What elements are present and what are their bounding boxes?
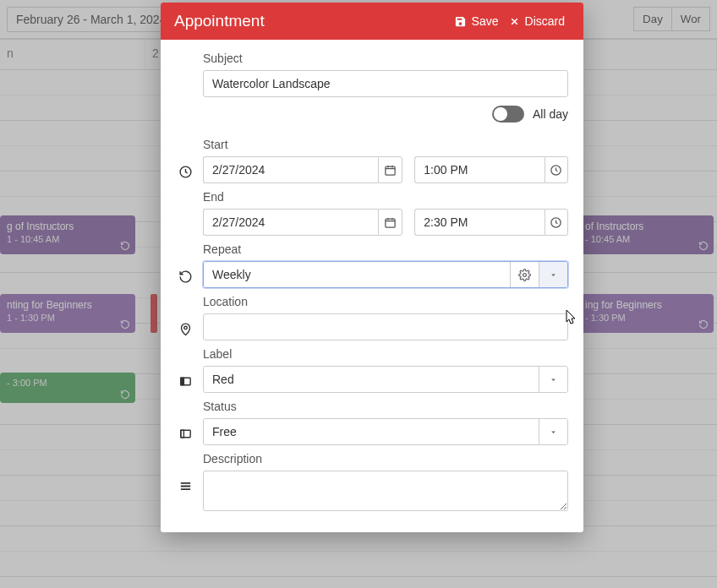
svg-rect-10 [180, 430, 183, 438]
repeat-dropdown-button[interactable] [539, 262, 567, 287]
status-dropdown-button[interactable] [539, 419, 567, 444]
save-icon [454, 15, 467, 28]
svg-point-5 [523, 273, 527, 276]
discard-label: Discard [525, 14, 565, 28]
subject-input[interactable] [203, 70, 568, 97]
start-date-input[interactable] [203, 156, 378, 183]
status-icon [176, 400, 194, 441]
svg-rect-1 [386, 166, 395, 175]
location-label: Location [203, 295, 568, 308]
clock-icon [550, 164, 562, 177]
clock-icon-button[interactable] [545, 209, 568, 236]
calendar-icon-button[interactable] [378, 156, 403, 183]
allday-toggle[interactable] [492, 106, 524, 122]
end-date-input[interactable] [203, 209, 378, 236]
status-select[interactable] [204, 419, 539, 444]
end-label: End [203, 190, 568, 204]
close-icon [509, 16, 520, 27]
modal-header: Appointment Save Discard [161, 3, 583, 40]
start-label: Start [203, 138, 568, 151]
calendar-icon-button[interactable] [378, 209, 403, 236]
gear-icon [518, 269, 531, 281]
svg-rect-8 [180, 378, 183, 385]
description-label: Description [203, 452, 568, 466]
repeat-input[interactable] [204, 262, 510, 287]
description-icon [176, 452, 194, 493]
label-icon [176, 347, 194, 389]
location-icon [176, 295, 194, 336]
svg-rect-9 [180, 430, 189, 438]
repeat-settings-button[interactable] [510, 262, 539, 287]
chevron-down-icon [549, 375, 558, 384]
subject-label: Subject [203, 52, 568, 65]
modal-body: Subject All day Start [161, 40, 583, 532]
appointment-modal: Appointment Save Discard Subject [161, 3, 583, 532]
allday-label: All day [533, 107, 568, 121]
clock-icon [176, 138, 194, 179]
clock-icon-button[interactable] [545, 156, 568, 183]
chevron-down-icon [549, 270, 558, 280]
chevron-down-icon [549, 427, 558, 437]
calendar-icon [384, 164, 397, 177]
status-label: Status [203, 400, 568, 413]
end-time-input[interactable] [414, 209, 544, 236]
label-label: Label [203, 347, 568, 361]
save-label: Save [472, 14, 499, 28]
save-button[interactable]: Save [449, 11, 504, 31]
discard-button[interactable]: Discard [504, 11, 570, 31]
repeat-label: Repeat [203, 242, 568, 256]
label-dropdown-button[interactable] [539, 367, 567, 392]
location-input[interactable] [203, 313, 568, 340]
clock-icon [550, 216, 562, 229]
description-textarea[interactable] [203, 471, 568, 511]
start-time-input[interactable] [414, 156, 544, 183]
svg-point-6 [183, 326, 187, 329]
calendar-icon [384, 216, 397, 229]
svg-rect-3 [386, 219, 395, 227]
label-select[interactable] [204, 367, 539, 392]
modal-title: Appointment [174, 12, 449, 30]
recurrence-icon [176, 242, 194, 284]
app-root: February 26 - March 1, 2024 Day Wor n 2 [0, 0, 717, 588]
